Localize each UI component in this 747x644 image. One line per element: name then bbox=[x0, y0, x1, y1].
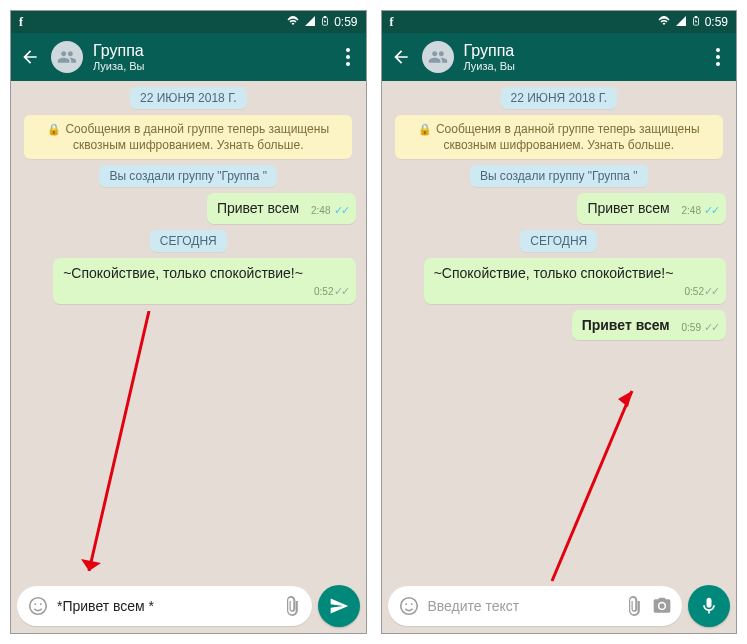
attach-icon[interactable] bbox=[282, 596, 302, 616]
banner-text: Сообщения в данной группе теперь защищен… bbox=[65, 122, 329, 152]
header-title-block[interactable]: Группа Луиза, Вы bbox=[464, 42, 699, 72]
svg-marker-10 bbox=[618, 391, 632, 407]
phone-left: f 0:59 Группа Луиза, Вы 22 ИЮНЯ 2018 Г. … bbox=[10, 10, 367, 634]
svg-rect-1 bbox=[324, 16, 326, 17]
sent-ticks-icon: ✓✓ bbox=[704, 320, 718, 334]
annotation-arrow bbox=[71, 311, 171, 591]
signal-icon bbox=[675, 15, 687, 30]
message-bubble[interactable]: ~Спокойствие, только спокойствие!~ 0:52✓… bbox=[53, 258, 355, 304]
date-chip: 22 ИЮНЯ 2018 Г. bbox=[501, 87, 618, 109]
svg-line-2 bbox=[89, 311, 149, 571]
message-text: Привет всем bbox=[587, 200, 669, 216]
send-button[interactable] bbox=[318, 585, 360, 627]
message-bubble[interactable]: Привет всем 2:48✓✓ bbox=[207, 193, 356, 223]
encryption-banner[interactable]: 🔒Сообщения в данной группе теперь защище… bbox=[24, 115, 352, 159]
message-text: Привет всем bbox=[217, 200, 299, 216]
svg-point-11 bbox=[400, 598, 417, 615]
svg-line-9 bbox=[552, 391, 632, 581]
group-avatar[interactable] bbox=[422, 41, 454, 73]
signal-icon bbox=[304, 15, 316, 30]
message-text: ~Спокойствие, только спокойствие!~ bbox=[434, 265, 674, 281]
facebook-icon: f bbox=[390, 15, 394, 30]
read-ticks-icon: ✓✓ bbox=[704, 203, 718, 217]
svg-point-6 bbox=[40, 603, 42, 605]
chat-area: 22 ИЮНЯ 2018 Г. 🔒Сообщения в данной груп… bbox=[382, 81, 737, 633]
more-menu-icon[interactable] bbox=[338, 48, 358, 66]
battery-icon bbox=[691, 14, 701, 31]
clock: 0:59 bbox=[334, 15, 357, 29]
encryption-banner[interactable]: 🔒Сообщения в данной группе теперь защище… bbox=[395, 115, 723, 159]
clock: 0:59 bbox=[705, 15, 728, 29]
group-subtitle: Луиза, Вы bbox=[464, 60, 699, 72]
input-bar: Введите текст bbox=[388, 585, 731, 627]
back-arrow-icon[interactable] bbox=[390, 46, 412, 68]
message-text: Привет всем bbox=[582, 317, 670, 333]
header-title-block[interactable]: Группа Луиза, Вы bbox=[93, 42, 328, 72]
message-input-box[interactable]: Введите текст bbox=[388, 586, 683, 626]
status-bar: f 0:59 bbox=[382, 11, 737, 33]
svg-point-12 bbox=[405, 603, 407, 605]
svg-point-5 bbox=[34, 603, 36, 605]
group-title: Группа bbox=[464, 42, 699, 60]
svg-point-4 bbox=[30, 598, 47, 615]
system-chip: Вы создали группу "Группа " bbox=[470, 165, 648, 187]
date-chip: 22 ИЮНЯ 2018 Г. bbox=[130, 87, 247, 109]
svg-marker-3 bbox=[81, 559, 101, 571]
annotation-arrow bbox=[532, 381, 652, 591]
wifi-icon bbox=[286, 15, 300, 30]
svg-point-13 bbox=[410, 603, 412, 605]
message-time: 0:52 bbox=[314, 286, 333, 297]
sent-ticks-icon: ✓✓ bbox=[334, 285, 348, 297]
message-time: 2:48 bbox=[682, 204, 701, 217]
input-bar: *Привет всем * bbox=[17, 585, 360, 627]
lock-icon: 🔒 bbox=[47, 123, 61, 135]
camera-icon[interactable] bbox=[652, 596, 672, 616]
back-arrow-icon[interactable] bbox=[19, 46, 41, 68]
message-text: ~Спокойствие, только спокойствие!~ bbox=[63, 265, 303, 281]
attach-icon[interactable] bbox=[624, 596, 644, 616]
message-time: 0:52 bbox=[685, 286, 704, 297]
message-input-text: *Привет всем * bbox=[57, 598, 274, 614]
message-input-box[interactable]: *Привет всем * bbox=[17, 586, 312, 626]
message-bubble[interactable]: ~Спокойствие, только спокойствие!~ 0:52✓… bbox=[424, 258, 726, 304]
group-subtitle: Луиза, Вы bbox=[93, 60, 328, 72]
today-chip: СЕГОДНЯ bbox=[520, 230, 597, 252]
banner-text: Сообщения в данной группе теперь защищен… bbox=[436, 122, 700, 152]
message-time: 2:48 bbox=[311, 204, 330, 217]
group-avatar[interactable] bbox=[51, 41, 83, 73]
status-bar: f 0:59 bbox=[11, 11, 366, 33]
chat-header: Группа Луиза, Вы bbox=[11, 33, 366, 81]
wifi-icon bbox=[657, 15, 671, 30]
svg-rect-8 bbox=[695, 16, 697, 17]
chat-area: 22 ИЮНЯ 2018 Г. 🔒Сообщения в данной груп… bbox=[11, 81, 366, 633]
message-bubble[interactable]: Привет всем 2:48✓✓ bbox=[577, 193, 726, 223]
today-chip: СЕГОДНЯ bbox=[150, 230, 227, 252]
system-chip: Вы создали группу "Группа " bbox=[99, 165, 277, 187]
read-ticks-icon: ✓✓ bbox=[334, 203, 348, 217]
phone-right: f 0:59 Группа Луиза, Вы 22 ИЮНЯ 2018 Г. … bbox=[381, 10, 738, 634]
message-bubble[interactable]: Привет всем 0:59✓✓ bbox=[572, 310, 726, 340]
message-input-placeholder: Введите текст bbox=[428, 598, 617, 614]
emoji-icon[interactable] bbox=[27, 595, 49, 617]
lock-icon: 🔒 bbox=[418, 123, 432, 135]
chat-header: Группа Луиза, Вы bbox=[382, 33, 737, 81]
emoji-icon[interactable] bbox=[398, 595, 420, 617]
group-title: Группа bbox=[93, 42, 328, 60]
battery-icon bbox=[320, 14, 330, 31]
more-menu-icon[interactable] bbox=[708, 48, 728, 66]
message-time: 0:59 bbox=[682, 321, 701, 334]
facebook-icon: f bbox=[19, 15, 23, 30]
mic-button[interactable] bbox=[688, 585, 730, 627]
sent-ticks-icon: ✓✓ bbox=[704, 285, 718, 297]
